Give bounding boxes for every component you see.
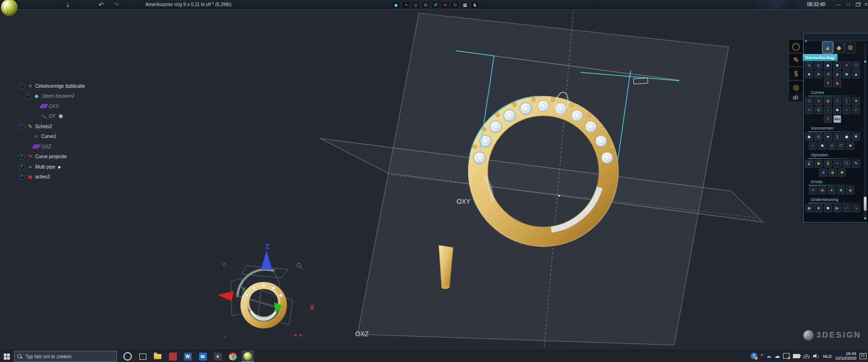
- support-wrap-tool[interactable]: ●: [815, 204, 822, 212]
- notification-app-icon[interactable]: [783, 353, 790, 359]
- tree-item-curve-projectie[interactable]: +↷Curve projectie: [19, 154, 67, 160]
- support-axe-tool[interactable]: ↘: [852, 204, 860, 212]
- bend-tool[interactable]: ●: [843, 62, 851, 69]
- diamond-gem[interactable]: [595, 136, 607, 147]
- support-flag-tool[interactable]: ▶: [833, 204, 841, 212]
- panel-preform[interactable]: ■: [846, 142, 854, 150]
- pan-icon[interactable]: ↔: [222, 333, 228, 339]
- wrap-tool[interactable]: ◆: [833, 70, 841, 78]
- redo-icon[interactable]: ↷: [114, 0, 119, 8]
- task-view-icon[interactable]: [137, 350, 149, 362]
- project-curve-tool[interactable]: □: [833, 97, 841, 105]
- action-center-icon[interactable]: [860, 353, 867, 359]
- gear-button[interactable]: ⚙: [845, 41, 856, 54]
- close-button[interactable]: ✕: [862, 1, 868, 8]
- figurine-mode-icon[interactable]: ♞: [471, 1, 479, 9]
- panel-scrollbar-handle[interactable]: [864, 197, 867, 211]
- cab-preform[interactable]: ●: [824, 133, 832, 141]
- revolve-curve-tool[interactable]: ↻: [824, 115, 832, 123]
- rotate-mode-icon[interactable]: ↺: [431, 1, 440, 9]
- maximize-button[interactable]: □: [845, 1, 852, 8]
- line-tool[interactable]: /: [824, 106, 832, 114]
- offset-curve-tool[interactable]: ●: [815, 97, 822, 105]
- snake-ring-icon[interactable]: §: [789, 67, 803, 80]
- text-tool[interactable]: Abc: [833, 115, 841, 123]
- tree-item-oxy[interactable]: OXY: [33, 103, 59, 109]
- diamond-gem[interactable]: [490, 121, 502, 132]
- collapse-icon[interactable]: −: [19, 123, 25, 130]
- bangle-icon[interactable]: ◎: [789, 80, 803, 94]
- tree-item-oxz[interactable]: OXZ: [25, 143, 51, 150]
- ring-mode-icon[interactable]: ◔: [402, 1, 410, 9]
- diamond-gem[interactable]: [520, 103, 532, 114]
- brilliant-preform[interactable]: ◆: [843, 133, 851, 141]
- cluster-tool[interactable]: ★: [843, 70, 851, 78]
- rough-preform[interactable]: ◇: [815, 133, 822, 141]
- intersect-tool[interactable]: ◆: [824, 62, 832, 69]
- circle-curve-tool[interactable]: ◉: [824, 97, 832, 105]
- minimize-button[interactable]: —: [835, 1, 843, 8]
- check-curve-tool[interactable]: ✓: [852, 106, 860, 114]
- claw-mode-icon[interactable]: ✳: [441, 1, 449, 9]
- chrome-icon[interactable]: [227, 350, 239, 362]
- magnet-preform[interactable]: ⊖: [828, 142, 836, 150]
- group-paint-tool[interactable]: ◆: [846, 186, 854, 194]
- battery-icon[interactable]: [793, 354, 800, 358]
- expand-icon[interactable]: +: [19, 164, 25, 170]
- restore-button[interactable]: [854, 1, 861, 8]
- union-tool[interactable]: ⊕: [805, 62, 813, 69]
- star-curve-tool[interactable]: ✳: [852, 97, 860, 105]
- 3d-viewport[interactable]: OXY OXZ Z Y X ⌂ ↔: [0, 0, 868, 362]
- expand-icon[interactable]: +: [19, 174, 25, 180]
- price-tool[interactable]: $: [824, 160, 832, 168]
- collapse-icon[interactable]: −: [19, 83, 25, 89]
- graph-tool[interactable]: ~: [833, 160, 841, 168]
- diamond-gem[interactable]: [585, 121, 596, 132]
- arc-tool[interactable]: (: [843, 97, 851, 105]
- tab-gereedschap[interactable]: Gereedschap: [803, 54, 838, 61]
- tree-item-curve1[interactable]: ≈Curve1: [25, 133, 56, 140]
- spiral-tool[interactable]: ↺: [805, 97, 813, 105]
- rotate-tool[interactable]: ↺: [824, 70, 832, 78]
- wave-tool[interactable]: ≈: [843, 106, 851, 114]
- cloud-icon[interactable]: ☁: [775, 353, 780, 359]
- sphere-curve-tool[interactable]: ⊙: [815, 106, 822, 114]
- report-tool[interactable]: □: [843, 160, 851, 168]
- undo-icon[interactable]: ↶: [99, 0, 104, 8]
- tray-clock[interactable]: 16:44 10/10/2020: [835, 351, 856, 361]
- bar-tool[interactable]: ■: [833, 106, 841, 114]
- collapse-icon[interactable]: −: [25, 93, 31, 99]
- diamond-gem[interactable]: [504, 110, 515, 121]
- group-grid-tool[interactable]: ■: [837, 186, 845, 194]
- expand-icon[interactable]: +: [19, 154, 25, 160]
- file-explorer-icon[interactable]: [152, 350, 164, 362]
- green-cube-tool[interactable]: ■: [815, 70, 822, 78]
- globe-tool[interactable]: ⊕: [819, 169, 827, 177]
- group-stones-tool[interactable]: ✳: [809, 186, 817, 194]
- tree-item-cirkelvormige-dublicatie[interactable]: −✳Cirkelvormige dublicatie: [19, 83, 85, 89]
- loft-tool[interactable]: ▼: [824, 79, 832, 87]
- diamond-gem[interactable]: [474, 152, 485, 163]
- shield-preform[interactable]: ▼: [852, 133, 860, 141]
- frame-preform[interactable]: □: [837, 142, 845, 150]
- annotate-tool[interactable]: ✎: [852, 160, 860, 168]
- cortana-icon[interactable]: [122, 350, 134, 362]
- diamond-gem[interactable]: [571, 110, 583, 121]
- volume-icon[interactable]: ): [813, 354, 820, 358]
- tree-item-acties3[interactable]: +◉acties3: [19, 174, 50, 180]
- security-app-icon[interactable]: [167, 350, 179, 362]
- colormap-tool[interactable]: ◆: [829, 169, 837, 177]
- gem-nugget-button[interactable]: ◆: [833, 41, 845, 54]
- start-button[interactable]: [0, 350, 13, 362]
- ring-library-icon[interactable]: ◯: [789, 39, 803, 53]
- mail-app-icon[interactable]: ✉: [197, 350, 209, 362]
- code-app-icon[interactable]: ×: [212, 350, 224, 362]
- tool-panel-header[interactable]: [804, 33, 868, 41]
- clamp-mode-icon[interactable]: ⊗: [421, 1, 430, 9]
- diamond-gem[interactable]: [538, 100, 549, 112]
- language-indicator[interactable]: NLD: [823, 354, 832, 359]
- twin-panel-tool[interactable]: □: [852, 62, 860, 69]
- help-tray-icon[interactable]: ?: [751, 353, 757, 359]
- tree-item-schets2[interactable]: −✎Schets2: [19, 123, 52, 130]
- home-view-icon[interactable]: ⌂: [222, 260, 226, 268]
